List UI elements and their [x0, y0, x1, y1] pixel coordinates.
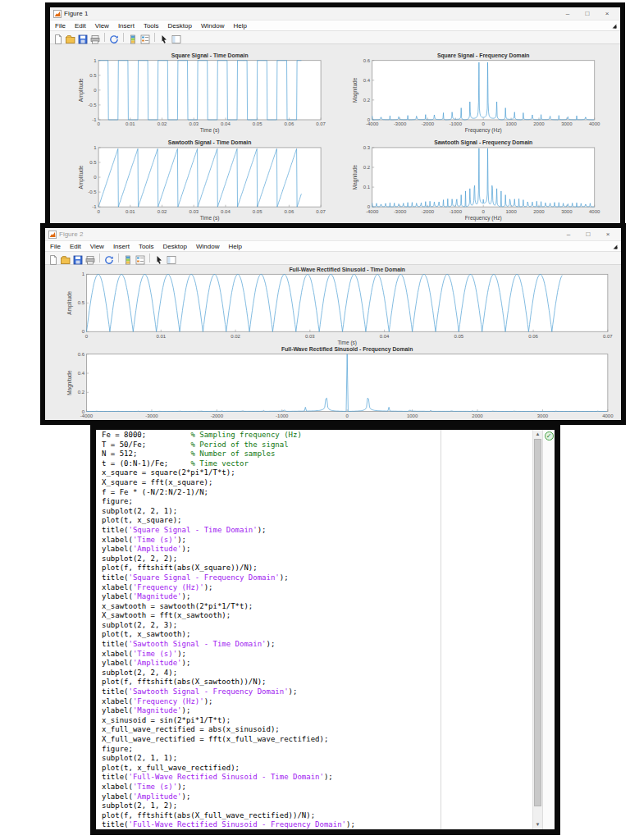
window-title: Figure 2: [59, 231, 83, 238]
colorbar-icon[interactable]: [123, 253, 133, 263]
svg-text:0.03: 0.03: [189, 121, 199, 126]
menu-edit[interactable]: Edit: [70, 243, 81, 250]
menu-tools[interactable]: Tools: [144, 22, 159, 30]
toolbar-separator: [123, 33, 124, 42]
scroll-up-icon[interactable]: ▲: [533, 430, 542, 439]
menu-file[interactable]: File: [55, 22, 66, 30]
scroll-down-icon[interactable]: ▼: [533, 820, 542, 829]
figure2-plot-canvas: 00.010.020.030.040.050.060.0700.51Full-W…: [45, 265, 621, 420]
svg-text:0.4: 0.4: [363, 78, 371, 83]
minimize-button[interactable]: –: [558, 7, 578, 20]
close-button[interactable]: ×: [597, 7, 617, 20]
figure1-titlebar[interactable]: Figure 1 – □ ×: [50, 7, 620, 20]
svg-text:1000: 1000: [407, 413, 418, 418]
code-editor[interactable]: Fe = 8000; % Sampling frequency (Hz)T = …: [96, 430, 532, 829]
print-icon[interactable]: [85, 253, 95, 263]
maximize-button[interactable]: □: [578, 228, 598, 240]
svg-text:0.5: 0.5: [78, 300, 85, 305]
svg-text:-3000: -3000: [145, 413, 158, 418]
svg-text:-0.5: -0.5: [88, 189, 97, 194]
svg-text:0.5: 0.5: [89, 160, 97, 165]
svg-text:3000: 3000: [561, 209, 573, 214]
close-button[interactable]: ×: [598, 228, 618, 240]
open-folder-icon[interactable]: [61, 253, 71, 263]
maximize-button[interactable]: □: [578, 7, 597, 20]
code-analyzer-ok-icon[interactable]: ✓: [545, 431, 554, 441]
chart-square-time: 00.010.020.030.040.050.060.07-1-0.500.51…: [78, 52, 326, 134]
code-line: subplot(2, 1, 2);: [102, 801, 355, 811]
code-line: xlabel('Frequency (Hz)');: [102, 697, 355, 707]
scrollbar-thumb[interactable]: [534, 439, 541, 806]
code-line: xlabel('Frequency (Hz)');: [102, 583, 355, 593]
window-controls: – □ ×: [558, 7, 617, 20]
y-axis-label: Magnitude: [66, 370, 73, 395]
pointer-icon[interactable]: [154, 253, 164, 263]
svg-text:-1: -1: [92, 117, 97, 122]
svg-text:0.5: 0.5: [89, 73, 97, 78]
svg-text:0.6: 0.6: [363, 58, 371, 63]
legend-icon[interactable]: [135, 253, 145, 263]
plot-browser-icon[interactable]: [167, 253, 176, 263]
x-axis-label: Frequency (Hz): [465, 215, 502, 221]
menu-help[interactable]: Help: [228, 243, 241, 250]
chart-title: Sawtooth Signal - Time Domain: [168, 139, 251, 146]
svg-text:4000: 4000: [589, 121, 600, 126]
menu-help[interactable]: Help: [233, 22, 246, 30]
open-folder-icon[interactable]: [66, 33, 75, 43]
colorbar-icon[interactable]: [128, 33, 138, 43]
svg-text:0.4: 0.4: [78, 371, 85, 376]
new-document-icon[interactable]: [48, 253, 58, 263]
chart-title: Sawtooth Signal - Frequency Domain: [434, 139, 532, 146]
menu-desktop[interactable]: Desktop: [163, 243, 187, 250]
matlab-figure-icon: [48, 231, 57, 239]
code-line: x_sawtooth = sawtooth(2*pi*1/T*t);: [102, 602, 355, 612]
plot-browser-icon[interactable]: [171, 33, 181, 43]
svg-text:4000: 4000: [589, 209, 600, 214]
svg-text:1000: 1000: [505, 121, 517, 126]
menu-insert[interactable]: Insert: [113, 243, 130, 250]
save-icon[interactable]: [78, 33, 88, 43]
code-line: plot(f, fftshift(abs(X_square))/N);: [102, 564, 355, 573]
svg-text:-1000: -1000: [450, 121, 463, 126]
svg-text:0.02: 0.02: [231, 334, 240, 339]
menu-overflow-icon[interactable]: [614, 245, 618, 249]
figure2-toolbar: [45, 251, 621, 265]
menu-desktop[interactable]: Desktop: [168, 22, 192, 30]
menu-window[interactable]: Window: [196, 243, 219, 250]
code-line: N = 512; % Number of samples: [102, 450, 355, 459]
menu-file[interactable]: File: [50, 243, 61, 250]
refresh-icon[interactable]: [109, 33, 119, 43]
svg-text:-2000: -2000: [422, 209, 435, 214]
matlab-figure-icon: [53, 10, 62, 18]
menu-view[interactable]: View: [95, 22, 109, 30]
window-controls: – □ ×: [559, 228, 618, 240]
save-icon[interactable]: [73, 253, 83, 263]
editor-scrollbar[interactable]: ▲ ▼: [532, 430, 542, 829]
menu-insert[interactable]: Insert: [118, 22, 135, 30]
new-document-icon[interactable]: [53, 33, 63, 43]
minimize-button[interactable]: –: [559, 228, 578, 240]
refresh-icon[interactable]: [104, 253, 114, 263]
svg-text:0.03: 0.03: [189, 209, 199, 214]
legend-icon[interactable]: [140, 33, 150, 43]
pointer-icon[interactable]: [159, 33, 169, 43]
print-icon[interactable]: [90, 33, 100, 43]
menu-overflow-icon[interactable]: [613, 25, 617, 29]
code-line: x_full_wave_rectified = abs(x_sinusoid);: [102, 725, 355, 735]
svg-text:0.01: 0.01: [126, 209, 135, 214]
svg-text:0: 0: [97, 121, 100, 126]
code-line: title('Sawtooth Signal - Frequency Domai…: [102, 687, 355, 697]
menu-window[interactable]: Window: [201, 22, 224, 30]
figure1-plot-canvas: 00.010.020.030.040.050.060.07-1-0.500.51…: [50, 44, 620, 224]
code-line: ylabel('Amplitude');: [102, 545, 355, 555]
svg-text:0: 0: [94, 175, 97, 180]
code-line: xlabel('Time (s)');: [102, 783, 355, 792]
x-axis-label: Time (s): [200, 127, 220, 134]
figure2-titlebar[interactable]: Figure 2 – □ ×: [45, 228, 621, 240]
svg-text:0: 0: [482, 209, 486, 214]
menu-view[interactable]: View: [90, 243, 104, 250]
code-line: T = 50/Fe; % Period of the signal: [102, 441, 355, 450]
svg-text:0.05: 0.05: [454, 334, 463, 339]
menu-tools[interactable]: Tools: [139, 243, 154, 250]
menu-edit[interactable]: Edit: [75, 22, 86, 30]
